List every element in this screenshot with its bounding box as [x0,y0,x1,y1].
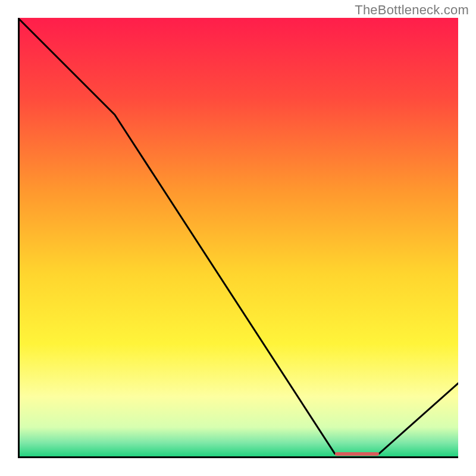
watermark-text: TheBottleneck.com [355,2,469,18]
optimal-range-marker [335,452,379,456]
bottleneck-curve [18,18,458,458]
chart-container: TheBottleneck.com [0,0,476,476]
plot-area [18,18,458,458]
